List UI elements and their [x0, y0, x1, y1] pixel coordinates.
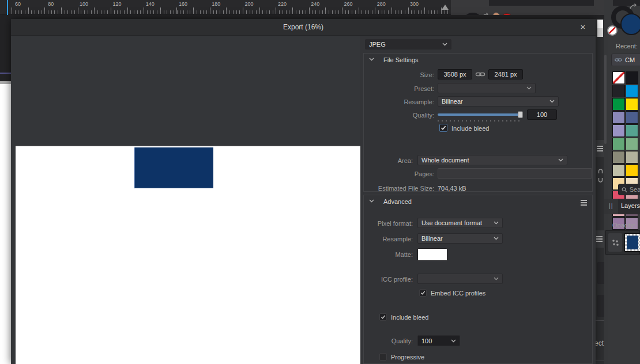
section-title: File Settings	[383, 56, 419, 63]
ruler-number: 60	[15, 1, 21, 7]
swatch[interactable]	[612, 98, 625, 111]
ruler-number: 80	[48, 1, 54, 7]
scrollbar-thumb[interactable]	[597, 28, 603, 37]
progressive-checkbox[interactable]	[379, 353, 387, 361]
document-page-edge	[0, 84, 11, 364]
swatch[interactable]	[626, 85, 638, 97]
swatch[interactable]	[612, 124, 625, 137]
size-width-field[interactable]: 3508 px	[438, 69, 472, 79]
format-value: JPEG	[369, 41, 386, 48]
ruler-cursor-marker	[7, 0, 8, 15]
size-label: Size:	[364, 71, 434, 78]
panel-menu-icon[interactable]	[596, 140, 604, 157]
area-value: Whole document	[421, 157, 469, 164]
horizontal-ruler[interactable]: 6080100120140160180200220240260280300	[0, 0, 451, 15]
chevron-down-icon	[442, 43, 447, 46]
ruler-number: 300	[410, 1, 419, 7]
search-icon	[622, 187, 627, 193]
check-icon	[441, 125, 446, 131]
pixel-format-value: Use document format	[421, 219, 482, 226]
chevron-down-icon	[494, 277, 499, 280]
matte-color-swatch[interactable]	[417, 248, 447, 261]
ruler-minor-ticks	[12, 10, 451, 14]
icc-profile-select[interactable]	[417, 274, 503, 284]
pixel-format-select[interactable]: Use document format	[417, 218, 503, 228]
color-model-button[interactable]: CM	[611, 54, 640, 66]
preset-label: Preset:	[364, 85, 434, 92]
dialog-titlebar[interactable]: Export (16%) ×	[11, 19, 596, 36]
swatch[interactable]	[612, 138, 625, 150]
pages-label: Pages:	[364, 170, 434, 177]
close-icon[interactable]: ×	[577, 21, 589, 33]
preview-rectangle	[134, 147, 213, 188]
link-dimensions-icon[interactable]	[475, 71, 485, 77]
search-box[interactable]: Sear	[618, 184, 640, 195]
export-preview[interactable]	[11, 36, 360, 364]
ruler-number: 160	[179, 1, 187, 7]
swatch-none[interactable]	[612, 71, 625, 84]
no-color-swatch[interactable]	[607, 25, 618, 36]
swatch[interactable]	[626, 98, 638, 111]
area-select[interactable]: Whole document	[417, 155, 567, 165]
chevron-down-icon	[494, 237, 499, 240]
adv-quality-value: 100	[421, 338, 432, 344]
quality-slider-handle[interactable]	[518, 111, 523, 118]
estimated-size-value: 704,43 kB	[438, 185, 466, 192]
embed-icc-checkbox[interactable]	[419, 289, 427, 297]
quality-label: Quality:	[364, 112, 434, 119]
section-menu-icon[interactable]	[581, 199, 587, 207]
progressive-label: Progressive	[391, 354, 424, 361]
scrollbar-thumb[interactable]	[597, 20, 603, 28]
adv-quality-label: Quality:	[364, 338, 413, 344]
chevron-down-icon	[369, 199, 374, 203]
swatch[interactable]	[626, 124, 638, 137]
color-model-label: CM	[625, 56, 635, 63]
file-settings-section: File Settings Size: 3508 px 2481 px Pres…	[363, 53, 593, 192]
format-select[interactable]: JPEG	[365, 39, 451, 50]
chevron-down-icon	[558, 158, 563, 162]
adv-quality-select[interactable]: 100	[417, 335, 460, 346]
panel-menu-icon[interactable]	[594, 230, 604, 248]
include-bleed-checkbox[interactable]	[439, 124, 447, 132]
swatch[interactable]	[626, 164, 638, 177]
quality-slider[interactable]	[438, 113, 522, 116]
chevron-down-icon	[369, 58, 374, 61]
quality-value-field[interactable]: 100	[527, 109, 557, 120]
ruler-number: 100	[80, 1, 88, 7]
preset-select[interactable]	[438, 83, 536, 93]
estimated-size-label: Estimated File Size:	[364, 185, 434, 192]
swatch[interactable]	[626, 71, 638, 84]
layer-color-dots-icon[interactable]	[608, 233, 622, 252]
swatch[interactable]	[612, 164, 625, 177]
ruler-scroll-arrow-icon[interactable]	[442, 5, 449, 10]
pages-input[interactable]	[438, 168, 592, 179]
check-icon	[381, 314, 386, 320]
panel-handle-icon[interactable]: ||	[609, 202, 613, 209]
section-title: Advanced	[383, 198, 412, 205]
adv-resample-select[interactable]: Bilinear	[417, 233, 503, 244]
swap-colors-icon[interactable]	[629, 2, 637, 10]
ruler-number: 220	[278, 1, 287, 7]
size-height-field[interactable]: 2481 px	[488, 69, 523, 79]
swatch[interactable]	[612, 111, 625, 124]
swatch[interactable]	[612, 85, 625, 97]
swatch[interactable]	[626, 138, 638, 150]
layer-thumbnail-fill	[627, 236, 638, 249]
adv-include-bleed-checkbox[interactable]	[379, 313, 387, 321]
app-window: 6080100120140160180200220240260280300 ec…	[0, 0, 640, 364]
unlink-icon[interactable]	[597, 168, 604, 184]
swatch[interactable]	[626, 151, 638, 164]
quality-slider-ticks	[438, 120, 522, 122]
layer-thumbnail[interactable]	[624, 233, 640, 252]
swatch[interactable]	[626, 111, 638, 124]
tab-layers[interactable]: Layers	[618, 199, 640, 214]
fill-color-circle[interactable]	[620, 13, 640, 35]
matte-label: Matte:	[364, 251, 413, 258]
search-text: Sear	[630, 186, 640, 193]
adv-include-bleed-label: Include bleed	[391, 314, 428, 321]
resample-select[interactable]: Bilinear	[438, 96, 559, 107]
layer-row[interactable]	[605, 230, 640, 255]
adv-resample-label: Resample:	[364, 236, 413, 242]
swatch[interactable]	[612, 151, 625, 164]
scrollbar-track[interactable]	[604, 55, 607, 144]
